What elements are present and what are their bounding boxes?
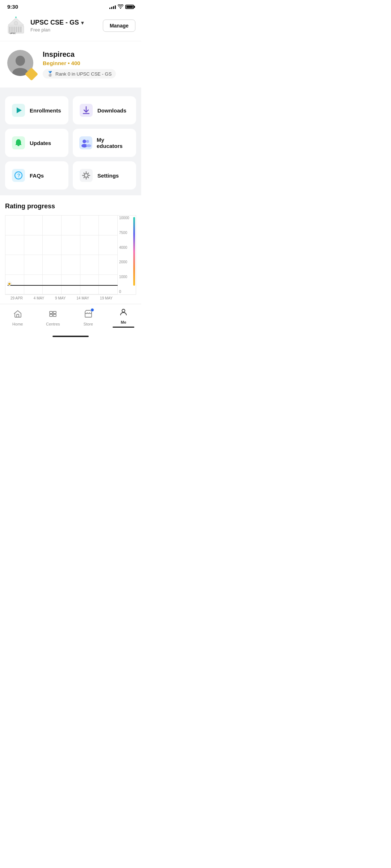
x-label-4may: 4 MAY <box>34 296 44 300</box>
menu-card-updates[interactable]: Updates <box>5 129 68 157</box>
y-label-0: 0 <box>119 290 121 294</box>
nav-me[interactable]: Me <box>111 308 136 328</box>
home-indicator <box>52 336 89 337</box>
svg-rect-1 <box>9 27 10 33</box>
svg-point-19 <box>86 140 89 143</box>
svg-rect-6 <box>20 27 21 33</box>
active-nav-indicator <box>113 327 134 328</box>
manage-button[interactable]: Manage <box>103 20 135 32</box>
svg-point-20 <box>86 144 91 147</box>
my-educators-label: My educators <box>97 137 130 149</box>
svg-point-10 <box>16 56 25 66</box>
store-nav-label: Store <box>84 322 93 326</box>
profile-section: Inspireca Beginner • 400 🥈 Rank 0 in UPS… <box>0 41 141 90</box>
svg-rect-5 <box>18 27 19 33</box>
header: UPSC UPSC CSE - GS ▾ Free plan Manage <box>0 12 141 41</box>
me-icon <box>119 308 128 319</box>
rating-title: Rating progress <box>5 203 136 210</box>
home-nav-label: Home <box>12 322 23 326</box>
header-text: UPSC CSE - GS ▾ Free plan <box>30 19 103 33</box>
battery-icon <box>125 5 134 9</box>
centres-nav-label: Centres <box>46 322 60 326</box>
y-label-7500: 7500 <box>119 231 127 235</box>
enrollments-label: Enrollments <box>30 107 61 114</box>
svg-rect-26 <box>17 314 19 317</box>
upsc-logo: UPSC <box>6 16 26 36</box>
download-icon <box>79 103 93 117</box>
status-bar: 9:30 <box>0 0 141 12</box>
svg-rect-30 <box>53 314 56 316</box>
wifi-icon <box>118 4 123 10</box>
header-title[interactable]: UPSC CSE - GS ▾ <box>30 19 103 26</box>
chart-x-labels: 29 APR 4 MAY 9 MAY 14 MAY 19 MAY <box>5 295 118 300</box>
x-label-19may: 19 MAY <box>100 296 113 300</box>
svg-rect-28 <box>50 314 52 316</box>
y-label-2000: 2000 <box>119 260 127 264</box>
updates-label: Updates <box>30 140 51 146</box>
rating-section: Rating progress <box>0 195 141 304</box>
course-title: UPSC CSE - GS <box>30 19 79 26</box>
menu-grid: Enrollments Downloads Updates <box>0 90 141 195</box>
menu-card-settings[interactable]: Settings <box>73 161 136 190</box>
svg-point-31 <box>122 309 125 312</box>
nav-home[interactable]: Home <box>5 310 30 326</box>
profile-name: Inspireca <box>43 50 116 59</box>
nav-store[interactable]: Store <box>76 310 101 326</box>
downloads-label: Downloads <box>97 107 126 114</box>
y-label-10000: 10000 <box>119 216 129 220</box>
play-icon <box>12 103 25 117</box>
svg-rect-24 <box>80 169 93 182</box>
question-icon: ? <box>12 169 25 182</box>
rank-badge: 🥈 Rank 0 in UPSC CSE - GS <box>43 69 116 78</box>
profile-level: Beginner • 400 <box>43 60 116 66</box>
svg-rect-3 <box>13 27 15 33</box>
chart-baseline <box>8 285 118 286</box>
plan-label: Free plan <box>30 27 103 33</box>
faqs-label: FAQs <box>30 173 44 179</box>
rank-label: Rank 0 in UPSC CSE - GS <box>55 71 112 77</box>
svg-rect-4 <box>16 27 17 33</box>
home-icon <box>13 310 22 320</box>
svg-rect-29 <box>53 311 56 314</box>
svg-rect-16 <box>79 136 92 149</box>
points-label: 400 <box>71 60 80 66</box>
svg-text:?: ? <box>17 173 21 178</box>
chevron-down-icon: ▾ <box>81 20 84 26</box>
menu-card-my-educators[interactable]: My educators <box>73 129 136 157</box>
status-time: 9:30 <box>7 4 18 10</box>
signal-icon <box>109 5 116 9</box>
svg-point-7 <box>14 21 18 25</box>
bottom-nav: Home Centres Store <box>0 304 141 333</box>
bell-icon <box>12 136 25 150</box>
chart-y-axis: 10000 7500 4000 2000 1000 0 <box>118 216 136 294</box>
nav-centres[interactable]: Centres <box>40 310 66 326</box>
status-icons <box>109 4 134 10</box>
x-label-9may: 9 MAY <box>55 296 66 300</box>
people-icon <box>79 136 92 150</box>
menu-card-downloads[interactable]: Downloads <box>73 96 136 124</box>
svg-rect-2 <box>11 27 13 33</box>
menu-card-enrollments[interactable]: Enrollments <box>5 96 68 124</box>
store-badge <box>91 308 94 312</box>
svg-point-17 <box>83 140 86 143</box>
chart-data-point <box>8 282 11 286</box>
profile-info: Inspireca Beginner • 400 🥈 Rank 0 in UPS… <box>43 50 116 78</box>
store-icon <box>84 310 93 320</box>
avatar <box>7 50 36 79</box>
gear-icon <box>79 169 93 182</box>
svg-rect-27 <box>50 311 52 314</box>
x-label-29apr: 29 APR <box>10 296 23 300</box>
y-label-1000: 1000 <box>119 275 127 279</box>
y-label-4000: 4000 <box>119 246 127 250</box>
chart-grid <box>5 216 118 294</box>
me-nav-label: Me <box>121 320 126 324</box>
settings-label: Settings <box>97 173 119 179</box>
x-label-14may: 14 MAY <box>76 296 89 300</box>
menu-card-faqs[interactable]: ? FAQs <box>5 161 68 190</box>
centres-icon <box>49 310 57 320</box>
medal-icon: 🥈 <box>47 71 53 77</box>
level-label: Beginner <box>43 60 66 66</box>
svg-rect-8 <box>16 17 16 18</box>
rating-chart: 10000 7500 4000 2000 1000 0 <box>5 215 136 295</box>
svg-text:UPSC: UPSC <box>10 32 16 34</box>
